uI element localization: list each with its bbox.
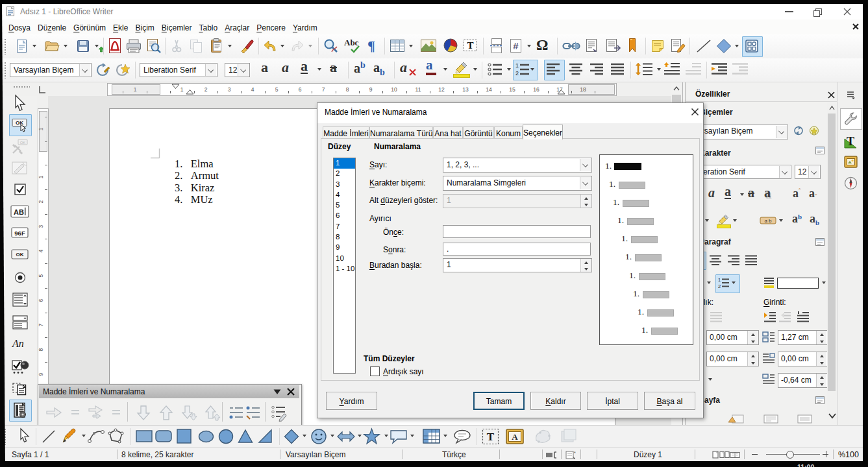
svg-text:5: 5: [38, 274, 44, 277]
svg-text:6: 6: [299, 86, 302, 93]
svg-text:1: 1: [180, 86, 184, 93]
svg-text:18: 18: [580, 86, 586, 93]
svg-text:10: 10: [391, 86, 397, 93]
svg-text:T: T: [467, 40, 473, 51]
svg-text:16: 16: [533, 86, 539, 93]
svg-text:4: 4: [38, 249, 44, 252]
svg-text:11: 11: [415, 86, 421, 93]
svg-text:5: 5: [275, 86, 279, 93]
svg-text:7: 7: [38, 323, 44, 326]
svg-text:OK: OK: [20, 141, 26, 145]
svg-text:13: 13: [462, 86, 469, 93]
svg-text:8: 8: [346, 86, 349, 93]
svg-text:a b: a b: [764, 218, 772, 224]
svg-text:A: A: [512, 432, 518, 442]
svg-text:2: 2: [38, 200, 44, 203]
svg-text:*: *: [574, 451, 576, 455]
svg-text:15: 15: [509, 86, 515, 93]
svg-text:12: 12: [438, 86, 445, 93]
svg-text:14: 14: [486, 86, 492, 93]
svg-text:1: 1: [515, 62, 519, 69]
svg-text:1: 1: [38, 175, 44, 178]
svg-text:#: #: [513, 40, 519, 51]
svg-text:8: 8: [38, 348, 44, 351]
svg-text:4: 4: [251, 86, 254, 93]
svg-text:T: T: [487, 431, 495, 443]
svg-text:9: 9: [369, 86, 373, 93]
svg-text:AB: AB: [14, 208, 24, 216]
svg-text:3: 3: [228, 86, 231, 93]
svg-text:OK: OK: [16, 120, 23, 126]
svg-text:T: T: [847, 135, 854, 148]
svg-text:2: 2: [205, 86, 208, 93]
svg-text:2: 2: [515, 70, 519, 77]
svg-text:2: 2: [718, 283, 721, 289]
svg-text:6: 6: [38, 298, 44, 302]
svg-text:1: 1: [134, 86, 137, 93]
svg-text:96F: 96F: [14, 230, 25, 237]
svg-text:1: 1: [38, 127, 44, 130]
svg-text:OK: OK: [16, 252, 24, 257]
svg-text:3: 3: [38, 224, 44, 228]
svg-text:7: 7: [322, 86, 325, 93]
svg-text:9: 9: [38, 372, 44, 376]
svg-text:1: 1: [718, 277, 721, 283]
